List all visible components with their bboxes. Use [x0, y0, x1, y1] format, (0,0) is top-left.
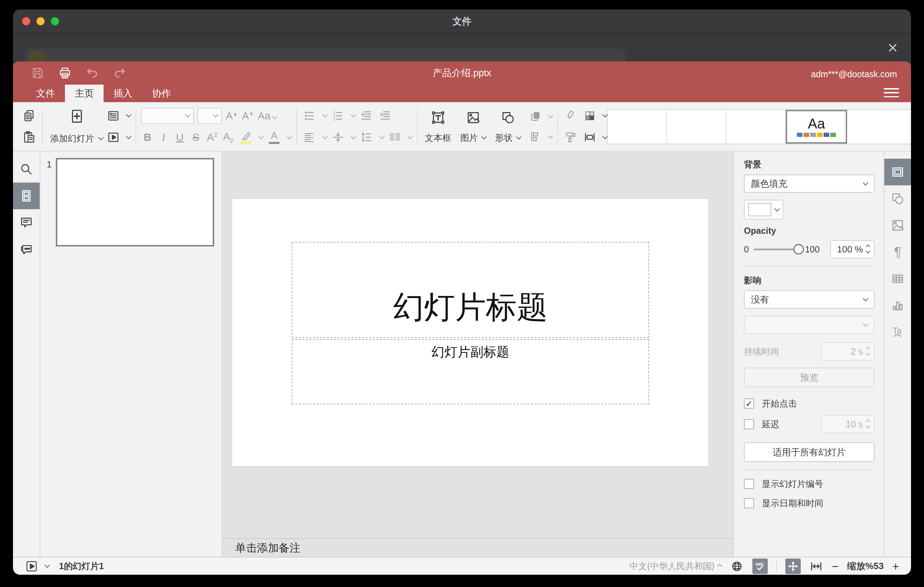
insert-image-button[interactable]: 图片: [458, 105, 488, 148]
textart-settings-button[interactable]: Ta: [884, 319, 911, 345]
show-date-checkbox[interactable]: [744, 498, 754, 508]
line-spacing-icon[interactable]: [359, 129, 374, 146]
notes-area[interactable]: 单击添加备注: [222, 538, 733, 557]
add-slide-button[interactable]: 添加幻灯片: [48, 102, 106, 151]
decrease-font-icon[interactable]: A▼: [241, 110, 254, 121]
show-slide-number-checkbox[interactable]: [744, 479, 754, 489]
delay-spinner[interactable]: 10 s: [821, 415, 874, 433]
ribbon-tabs: 文件 主页 插入 协作: [13, 85, 911, 102]
theme-thumbnail-selected[interactable]: Aa: [786, 110, 847, 143]
chat-button[interactable]: [13, 236, 40, 262]
underline-icon[interactable]: U: [173, 132, 186, 143]
slide-thumbnail-1[interactable]: [56, 158, 214, 246]
horizontal-align-icon[interactable]: [302, 129, 317, 146]
duration-spinner[interactable]: 2 s: [821, 342, 874, 361]
color-chip: [748, 203, 771, 216]
arrange-icon[interactable]: [528, 108, 543, 125]
apply-all-button[interactable]: 适用于所有幻灯片: [744, 442, 874, 462]
theme-gallery-expand[interactable]: [906, 110, 911, 143]
slide-subtitle-text: 幻灯片副标题: [431, 343, 510, 361]
slide-settings-panel: 背景 颜色填充 Opacity 0 100 100 % 影响 没有: [733, 152, 884, 557]
paste-icon[interactable]: [21, 129, 37, 146]
theme-thumbnail[interactable]: [847, 110, 906, 143]
slideshow-icon[interactable]: [106, 129, 121, 146]
title-placeholder[interactable]: 幻灯片标题: [292, 242, 649, 338]
subtitle-placeholder[interactable]: 幻灯片副标题: [292, 339, 649, 404]
status-bar: 1的幻灯片1 中文(中华人民共和国) ABC − 缩放%53 +: [13, 557, 911, 575]
spellcheck-icon[interactable]: ABC: [752, 559, 768, 574]
font-name-select[interactable]: [141, 108, 194, 124]
language-selector[interactable]: 中文(中华人民共和国): [630, 560, 722, 572]
start-click-checkbox[interactable]: [744, 399, 754, 409]
start-slideshow-icon[interactable]: [25, 560, 38, 573]
insert-shape-button[interactable]: 形状: [493, 105, 523, 148]
font-size-select[interactable]: [197, 108, 222, 124]
image-settings-button[interactable]: [884, 212, 911, 239]
copy-style-icon[interactable]: [563, 129, 579, 146]
fit-width-icon[interactable]: [809, 559, 823, 573]
fill-type-select[interactable]: 颜色填充: [744, 175, 874, 193]
search-icon: [19, 162, 34, 176]
slides-panel-button[interactable]: [13, 183, 40, 209]
close-icon[interactable]: [885, 40, 901, 56]
menu-icon[interactable]: [884, 87, 899, 99]
table-settings-button[interactable]: [884, 265, 911, 292]
tab-home[interactable]: 主页: [65, 85, 104, 102]
effect-select[interactable]: 没有: [744, 290, 874, 308]
strikethrough-icon[interactable]: S: [190, 132, 202, 143]
shape-fill-icon[interactable]: [582, 107, 597, 125]
vertical-align-icon[interactable]: [330, 129, 346, 146]
tab-insert[interactable]: 插入: [104, 85, 142, 102]
slide-settings-button[interactable]: [884, 159, 911, 185]
opacity-slider-knob[interactable]: [794, 244, 804, 254]
bullets-icon[interactable]: [302, 107, 317, 125]
show-slide-number-label: 显示幻灯片编号: [762, 478, 823, 490]
shape-align-icon[interactable]: [528, 128, 543, 145]
change-case-icon[interactable]: Aa: [258, 110, 277, 121]
tab-collaboration[interactable]: 协作: [142, 85, 181, 102]
paragraph-settings-button[interactable]: ¶: [884, 239, 911, 265]
increase-font-icon[interactable]: A▲: [225, 110, 238, 121]
italic-icon[interactable]: I: [157, 132, 170, 143]
preview-button[interactable]: 预览: [744, 368, 874, 387]
theme-swatch: [823, 133, 829, 137]
zoom-in-button[interactable]: +: [892, 560, 899, 572]
theme-thumbnail[interactable]: [608, 110, 667, 143]
slide-layout-icon[interactable]: [106, 107, 121, 125]
copy-icon[interactable]: [21, 107, 37, 125]
opacity-slider[interactable]: [754, 249, 799, 250]
clear-style-icon[interactable]: [563, 107, 579, 125]
fit-slide-icon[interactable]: [785, 559, 801, 574]
image-icon: [465, 110, 481, 125]
increase-indent-icon[interactable]: [378, 107, 393, 125]
shape-settings-button[interactable]: [884, 185, 911, 212]
delay-checkbox[interactable]: [744, 419, 754, 429]
search-button[interactable]: [13, 156, 40, 183]
chart-settings-button[interactable]: [884, 292, 911, 319]
columns-icon[interactable]: [387, 129, 403, 146]
theme-thumbnail[interactable]: [726, 110, 786, 143]
subscript-icon[interactable]: A2: [222, 131, 234, 143]
window-title: 文件: [13, 15, 911, 28]
fill-color-picker[interactable]: [744, 200, 783, 219]
tab-file[interactable]: 文件: [26, 85, 65, 102]
comments-button[interactable]: [13, 209, 40, 236]
decrease-indent-icon[interactable]: [359, 107, 374, 125]
theme-thumbnail[interactable]: [667, 110, 726, 143]
highlight-color-icon[interactable]: [238, 129, 254, 146]
opacity-spinner[interactable]: 100 %: [830, 240, 874, 258]
opacity-min: 0: [744, 244, 749, 254]
numbering-icon[interactable]: 123: [330, 107, 346, 125]
zoom-out-button[interactable]: −: [832, 560, 839, 572]
effect-type-select[interactable]: [744, 316, 874, 334]
font-color-icon[interactable]: A: [266, 129, 282, 146]
superscript-icon[interactable]: A2: [206, 132, 218, 143]
user-email: adm***@dootask.com: [811, 69, 897, 79]
slide-size-icon[interactable]: [582, 129, 597, 146]
slide-thumbnails-panel: 1: [40, 152, 222, 557]
slide-canvas[interactable]: 幻灯片标题 幻灯片副标题: [232, 199, 708, 466]
bold-icon[interactable]: B: [141, 132, 154, 143]
insert-textbox-button[interactable]: 文本框: [423, 105, 453, 148]
opacity-max: 100: [805, 244, 820, 254]
globe-icon[interactable]: [730, 559, 744, 573]
